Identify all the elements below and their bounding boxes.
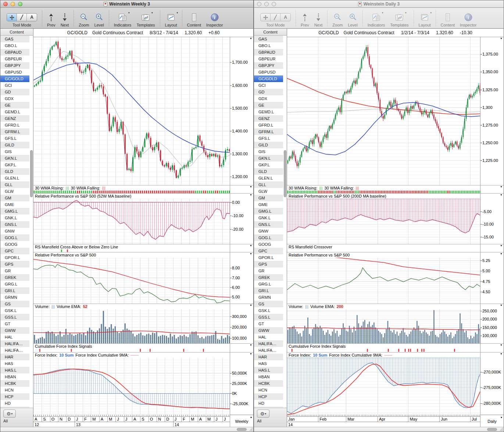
periodicity-selector[interactable]: Daily▾ — [480, 415, 504, 428]
list-item[interactable]: GMG.L — [254, 208, 283, 215]
pane-options-dropdown-icon[interactable]: ▼ — [500, 353, 503, 355]
pane-plot-rp1[interactable]: Relative Performance vs S&P 500 (200D MA… — [287, 194, 480, 244]
list-item[interactable]: GNW — [0, 228, 29, 234]
minimize-button[interactable] — [264, 2, 269, 6]
list-item[interactable]: GSS.L — [0, 314, 29, 321]
list-item[interactable]: GILD — [0, 142, 29, 148]
pane-options-dropdown-icon[interactable]: ▼ — [250, 244, 252, 247]
list-item[interactable]: HD — [254, 400, 283, 407]
layout-button[interactable]: ▾Layout — [419, 12, 431, 27]
list-item[interactable]: GD — [0, 89, 29, 95]
list-item[interactable]: GKN.L — [0, 155, 29, 162]
list-item[interactable]: GBPUSD — [254, 69, 283, 75]
list-item[interactable]: GAS — [254, 36, 283, 42]
horizontal-scrollbar[interactable] — [254, 427, 504, 432]
pane-options-dropdown-icon[interactable]: ▼ — [500, 244, 503, 247]
list-item[interactable]: HBAN — [254, 373, 283, 380]
pane-options-dropdown-icon[interactable]: ▼ — [250, 304, 252, 307]
list-item[interactable]: GNS.L — [254, 221, 283, 228]
pane-plot-rp1[interactable]: Relative Performance vs S&P 500 (52W MA … — [33, 194, 230, 244]
list-item[interactable]: GWW — [254, 327, 283, 334]
list-item[interactable]: GPS — [0, 261, 29, 268]
pane-plot-main[interactable] — [33, 37, 230, 185]
list-item[interactable]: GBPEUR — [254, 56, 283, 62]
list-item[interactable]: HALIFA… — [254, 340, 283, 347]
indicators-button[interactable]: ▾Indicators — [114, 12, 132, 27]
list-item[interactable]: GM — [0, 195, 29, 201]
list-item[interactable]: GBPEUR — [0, 56, 29, 62]
list-item[interactable]: GE — [0, 102, 29, 109]
list-item[interactable]: HAL — [254, 334, 283, 340]
list-item[interactable]: GKP.L — [0, 162, 29, 168]
list-item[interactable]: GDX — [0, 95, 29, 102]
scrollbar-thumb[interactable] — [237, 428, 247, 431]
list-item[interactable]: GBPJPY — [0, 62, 29, 69]
list-item[interactable]: GIS — [0, 148, 29, 155]
list-item[interactable]: HAS — [0, 360, 29, 367]
text-tool-button[interactable]: A — [280, 14, 290, 21]
list-item[interactable]: HCBK — [0, 380, 29, 387]
zoom-out-button[interactable]: Zoom — [79, 12, 89, 27]
minimize-button[interactable] — [11, 2, 15, 6]
list-item[interactable]: GLD — [254, 168, 283, 175]
list-item[interactable]: GFRM.L — [0, 128, 29, 135]
list-item[interactable]: HALIFA… — [0, 340, 29, 347]
list-item[interactable]: GNW — [254, 228, 283, 234]
list-item[interactable]: GFS.L — [0, 135, 29, 142]
pointer-tool-button[interactable] — [261, 14, 271, 21]
list-item[interactable]: GOG.L — [0, 234, 29, 241]
pane-options-dropdown-icon[interactable]: ▼ — [500, 37, 503, 40]
templates-button[interactable]: ▾Templates — [390, 12, 408, 27]
pane-plot-wma[interactable]: 30 WMA Rising:|||30 WMA Falling:||| — [33, 185, 230, 193]
list-item[interactable]: GENZ — [254, 115, 283, 122]
list-item[interactable]: HAR — [0, 354, 29, 360]
list-item[interactable]: HCP — [254, 393, 283, 400]
zoom-in-button[interactable]: Level — [94, 12, 104, 27]
pane-plot-vol[interactable]: Volume:|||Volume EMA:200 — [287, 304, 480, 343]
list-item[interactable]: GAS — [0, 36, 29, 42]
list-item[interactable]: GBPAUD — [254, 49, 283, 56]
list-item[interactable]: GBPAUD — [0, 49, 29, 56]
close-button[interactable] — [3, 2, 8, 6]
list-item[interactable]: GD — [254, 89, 283, 95]
pane-plot-rp2[interactable]: Relative Performance vs S&P 500 — [33, 252, 230, 304]
list-item[interactable]: GSS.L — [254, 314, 283, 321]
titlebar[interactable]: Weinstein Daily 3 — [254, 0, 504, 8]
list-item[interactable]: HCP — [0, 393, 29, 400]
pane-plot-rs[interactable]: RS Mansfield Crossover — [287, 244, 480, 252]
list-item[interactable]: GLL — [0, 181, 29, 188]
scrollbar-thumb[interactable] — [487, 428, 497, 431]
pane-plot-force[interactable]: Force Index:10 SumForce Index Cumulative… — [287, 353, 480, 415]
list-item[interactable]: GRMN — [0, 294, 29, 301]
list-actions-button[interactable]: ⚙▾ — [257, 410, 269, 418]
inspector-button[interactable]: iInspector — [460, 12, 476, 27]
list-item[interactable]: GNK.L — [0, 215, 29, 221]
list-item[interactable]: HCBK — [254, 380, 283, 387]
pane-options-dropdown-icon[interactable]: ▼ — [500, 304, 503, 307]
indicators-button[interactable]: ▾Indicators — [368, 12, 385, 27]
inspector-button[interactable]: iInspector — [206, 12, 223, 27]
list-item[interactable]: GE — [254, 102, 283, 109]
pane-options-dropdown-icon[interactable]: ▼ — [250, 344, 252, 346]
list-item[interactable]: GC/GOLD — [254, 75, 283, 82]
list-item[interactable]: GNK.L — [254, 215, 283, 221]
list-item[interactable]: GME — [254, 201, 283, 208]
prev-button[interactable]: Prev — [301, 12, 309, 27]
list-item[interactable]: GOOG — [254, 241, 283, 248]
zoom-out-button[interactable]: Zoom — [332, 12, 343, 27]
list-item[interactable]: GPC — [254, 248, 283, 254]
horizontal-scrollbar[interactable] — [0, 427, 253, 432]
sidebar-scrollbar[interactable] — [30, 150, 33, 197]
list-item[interactable]: GSK.L — [254, 307, 283, 314]
content-button[interactable]: Content — [441, 12, 455, 27]
zoom-in-button[interactable]: Level — [348, 12, 357, 27]
list-item[interactable]: GR — [0, 268, 29, 274]
pane-plot-cfi[interactable]: Cumulative Force Index Signals — [287, 344, 480, 352]
list-item[interactable]: GEMD.L — [254, 109, 283, 115]
list-item[interactable]: GBPUSD — [0, 69, 29, 75]
list-item[interactable]: GSK.L — [0, 307, 29, 314]
list-item[interactable]: GCI — [254, 82, 283, 89]
pane-options-dropdown-icon[interactable]: ▼ — [250, 252, 252, 255]
list-item[interactable]: GDX — [254, 95, 283, 102]
pane-options-dropdown-icon[interactable]: ▼ — [500, 194, 503, 196]
